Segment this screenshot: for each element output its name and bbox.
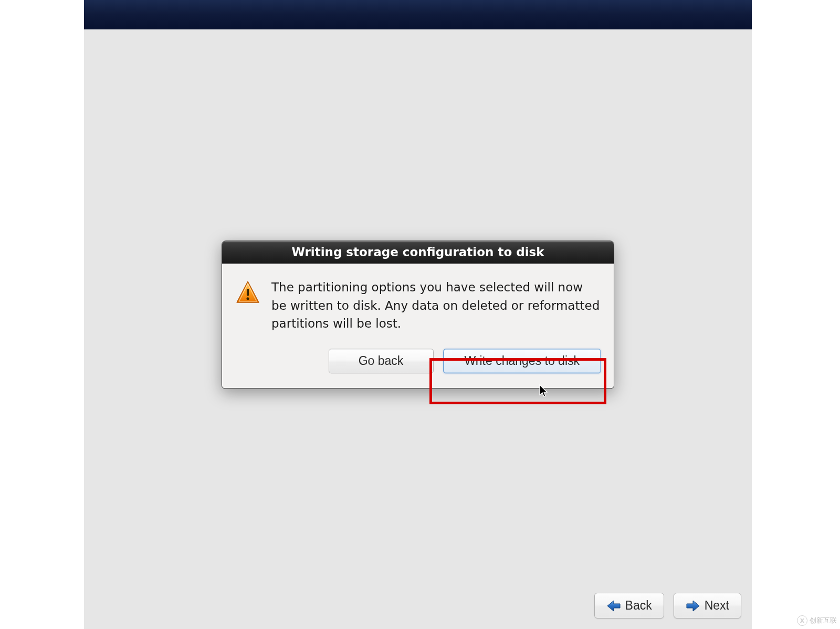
dialog-body: The partitioning options you have select… [222, 264, 614, 342]
arrow-left-icon [606, 600, 621, 612]
dialog-button-row: Go back Write changes to disk [222, 342, 614, 388]
dialog-title: Writing storage configuration to disk [222, 241, 614, 264]
wizard-nav: Back Next [594, 593, 741, 618]
watermark-badge: X [797, 615, 807, 626]
watermark-text: 创新互联 [810, 616, 837, 625]
next-button[interactable]: Next [674, 593, 741, 618]
watermark: X 创新互联 [797, 615, 837, 626]
back-label: Back [625, 599, 652, 613]
confirmation-dialog: Writing storage configuration to disk [222, 240, 614, 389]
back-button[interactable]: Back [594, 593, 664, 618]
go-back-button[interactable]: Go back [329, 349, 434, 373]
arrow-right-icon [686, 600, 700, 612]
next-label: Next [705, 599, 729, 613]
write-changes-button[interactable]: Write changes to disk [443, 349, 601, 373]
installer-window: Writing storage configuration to disk [84, 0, 752, 629]
dialog-message: The partitioning options you have select… [271, 278, 601, 333]
warning-icon [235, 278, 261, 308]
header-banner [84, 0, 752, 29]
svg-rect-0 [247, 289, 249, 296]
svg-point-1 [247, 297, 249, 300]
